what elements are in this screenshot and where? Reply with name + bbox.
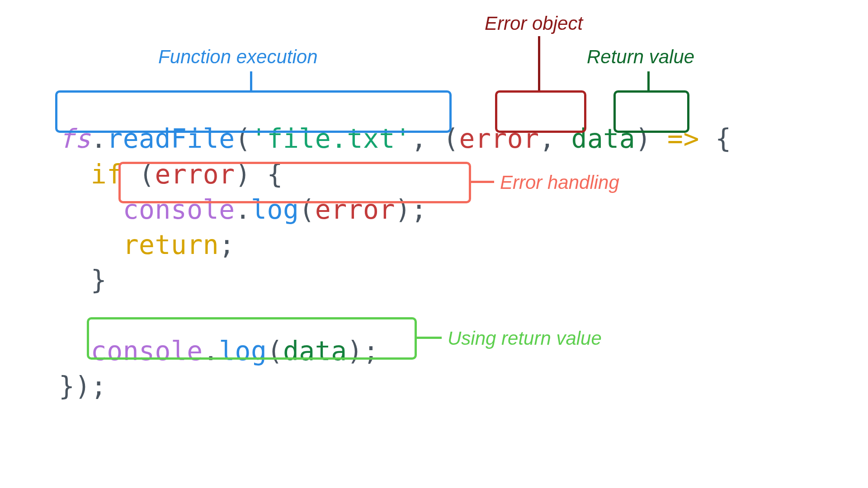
label-using-return-value: Using return value (448, 328, 602, 349)
highlight-error-object (495, 90, 586, 133)
highlight-return-value (613, 90, 689, 133)
token-return: return (123, 230, 219, 260)
label-return-value: Return value (587, 46, 694, 68)
connector-using-return-value (415, 337, 442, 339)
connector-return-value (647, 71, 650, 90)
connector-function-execution (250, 71, 252, 90)
highlight-using-return-value (87, 317, 417, 360)
connector-error-handling (469, 181, 494, 183)
label-error-handling: Error handling (500, 172, 619, 193)
diagram-stage: fs.readFile('file.txt', (error, data) =>… (0, 0, 868, 488)
connector-error-object (538, 36, 540, 90)
token-lbrace: { (715, 123, 731, 154)
highlight-error-handling (118, 162, 471, 203)
label-function-execution: Function execution (158, 46, 318, 68)
highlight-function-execution (55, 90, 452, 133)
label-error-object: Error object (485, 13, 583, 34)
